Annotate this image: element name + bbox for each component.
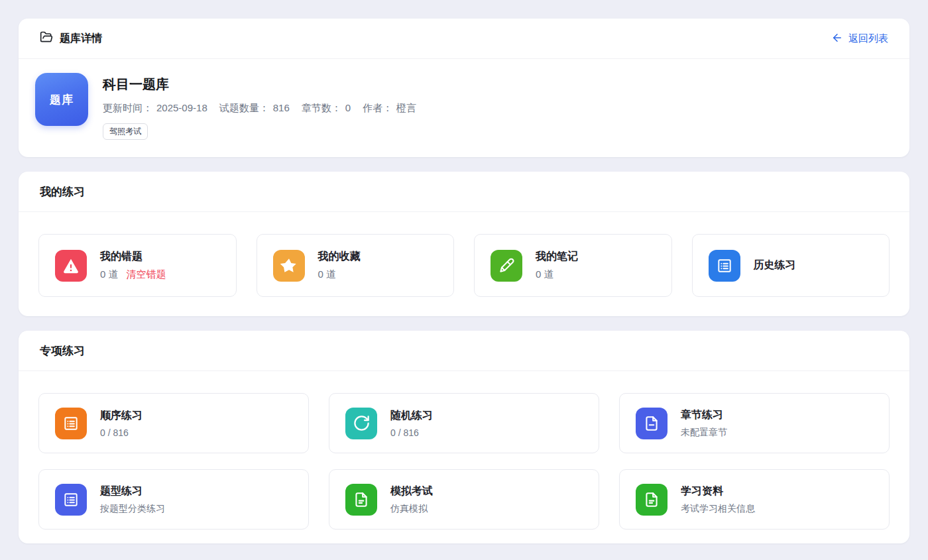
back-to-list-label: 返回列表 xyxy=(848,32,888,45)
file-icon xyxy=(636,484,667,516)
card-my-mistakes[interactable]: 我的错题 0 道 清空错题 xyxy=(38,234,237,297)
my-practice-header: 我的练习 xyxy=(19,172,909,212)
special-practice-title: 专项练习 xyxy=(40,343,85,359)
card-count: 0 道 xyxy=(318,268,337,281)
back-to-list-link[interactable]: 返回列表 xyxy=(831,32,888,46)
meta-label: 试题数量： xyxy=(219,102,269,115)
card-count: 0 道 xyxy=(100,268,119,281)
refresh-icon xyxy=(345,408,377,439)
card-subtitle: 仿真模拟 xyxy=(390,503,433,515)
meta-value: 2025-09-18 xyxy=(156,102,207,115)
star-icon xyxy=(273,250,305,282)
warning-icon xyxy=(55,250,87,282)
clear-mistakes-link[interactable]: 清空错题 xyxy=(127,268,166,281)
card-my-favorites[interactable]: 我的收藏 0 道 xyxy=(257,234,455,297)
card-title: 随机练习 xyxy=(390,409,433,423)
list-icon xyxy=(709,250,740,282)
bank-badge: 题库 xyxy=(35,73,88,126)
list-icon xyxy=(55,484,87,516)
card-subtitle: 考试学习相关信息 xyxy=(681,503,755,515)
card-title: 我的错题 xyxy=(100,250,166,264)
arrow-left-icon xyxy=(831,32,843,46)
card-question-type-practice[interactable]: 题型练习 按题型分类练习 xyxy=(38,469,309,530)
card-history-practice[interactable]: 历史练习 xyxy=(692,234,890,297)
marker-icon xyxy=(491,250,522,282)
file-icon xyxy=(345,484,377,516)
card-subtitle: 0 / 816 xyxy=(100,427,143,438)
card-title: 题型练习 xyxy=(100,484,165,498)
card-title: 学习资料 xyxy=(681,484,755,498)
card-title: 模拟考试 xyxy=(390,484,433,498)
card-random-practice[interactable]: 随机练习 0 / 816 xyxy=(329,393,599,453)
bank-meta: 更新时间：2025-09-18 试题数量：816 章节数：0 作者：橙言 xyxy=(103,102,416,115)
special-practice-header: 专项练习 xyxy=(19,331,909,371)
meta-value: 816 xyxy=(273,102,290,115)
my-practice-panel: 我的练习 我的错题 0 道 清空错题 xyxy=(19,172,909,316)
meta-value: 0 xyxy=(345,102,351,115)
my-practice-title: 我的练习 xyxy=(40,184,85,199)
page-title: 题库详情 xyxy=(60,32,102,46)
special-practice-panel: 专项练习 顺序练习 0 / 816 xyxy=(19,331,909,543)
card-title: 历史练习 xyxy=(754,258,796,272)
card-my-notes[interactable]: 我的笔记 0 道 xyxy=(474,234,672,297)
file-icon xyxy=(636,408,667,439)
meta-label: 更新时间： xyxy=(103,102,152,115)
card-title: 顺序练习 xyxy=(100,409,143,423)
bank-detail-panel: 题库详情 返回列表 题库 科目一题库 更新时间：2025-09-18 试题数量：… xyxy=(19,19,909,157)
card-subtitle: 按题型分类练习 xyxy=(100,503,165,515)
card-mock-exam[interactable]: 模拟考试 仿真模拟 xyxy=(329,469,599,530)
card-subtitle: 0 / 816 xyxy=(390,427,433,438)
list-icon xyxy=(55,408,87,439)
card-subtitle: 未配置章节 xyxy=(681,427,727,439)
card-chapter-practice[interactable]: 章节练习 未配置章节 xyxy=(619,393,890,453)
bank-detail-header: 题库详情 返回列表 xyxy=(19,19,909,59)
card-study-materials[interactable]: 学习资料 考试学习相关信息 xyxy=(619,469,890,530)
meta-value: 橙言 xyxy=(396,102,416,115)
card-sequential-practice[interactable]: 顺序练习 0 / 816 xyxy=(38,393,309,453)
card-title: 章节练习 xyxy=(681,408,727,422)
meta-label: 章节数： xyxy=(302,102,341,115)
card-count: 0 道 xyxy=(536,268,554,281)
meta-label: 作者： xyxy=(363,102,392,115)
card-title: 我的笔记 xyxy=(536,250,578,264)
bank-title: 科目一题库 xyxy=(103,76,416,93)
card-title: 我的收藏 xyxy=(318,250,361,264)
folder-open-icon xyxy=(40,30,53,46)
bank-tag: 驾照考试 xyxy=(103,123,148,140)
